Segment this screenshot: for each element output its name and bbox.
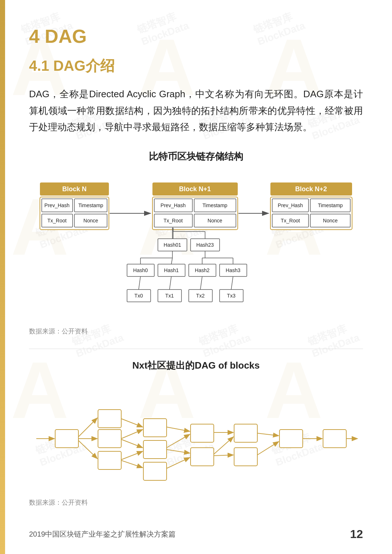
svg-rect-107 xyxy=(323,430,346,448)
svg-line-89 xyxy=(121,430,143,439)
svg-text:Nonce: Nonce xyxy=(83,218,98,223)
svg-text:Tx2: Tx2 xyxy=(196,293,205,299)
chapter-title: 4 DAG xyxy=(29,25,363,47)
svg-text:Hash23: Hash23 xyxy=(196,242,214,248)
svg-rect-87 xyxy=(143,462,167,480)
blockchain-svg-container: Block N Prev_Hash Timestamp Tx_Root Nonc… xyxy=(29,172,363,324)
svg-text:Nonce: Nonce xyxy=(323,218,338,223)
svg-text:Hash1: Hash1 xyxy=(164,267,179,273)
section-title: 4.1 DAG介绍 xyxy=(29,56,363,76)
svg-line-92 xyxy=(121,460,143,468)
svg-text:Timestamp: Timestamp xyxy=(318,202,343,208)
svg-text:Block N+2: Block N+2 xyxy=(295,185,327,193)
svg-text:Nonce: Nonce xyxy=(208,218,222,223)
svg-rect-80 xyxy=(98,430,121,448)
svg-text:Tx_Root: Tx_Root xyxy=(164,218,183,223)
svg-text:Tx1: Tx1 xyxy=(165,293,174,299)
svg-line-82 xyxy=(78,418,97,437)
dag-svg xyxy=(33,381,359,497)
svg-rect-85 xyxy=(143,419,167,437)
svg-line-97 xyxy=(167,450,190,453)
blockchain-diagram: 比特币区块链存储结构 Block N Prev_Hash Timestamp xyxy=(29,150,363,324)
svg-text:Prev_Hash: Prev_Hash xyxy=(44,202,69,208)
svg-text:Block N+1: Block N+1 xyxy=(179,185,211,193)
svg-line-95 xyxy=(167,427,190,431)
page-number: 12 xyxy=(350,528,363,541)
source-note-2: 数据来源：公开资料 xyxy=(29,498,363,507)
svg-text:Timestamp: Timestamp xyxy=(78,202,103,208)
svg-text:Tx3: Tx3 xyxy=(227,293,236,299)
svg-rect-79 xyxy=(98,410,121,428)
svg-rect-93 xyxy=(191,424,214,442)
svg-rect-100 xyxy=(234,448,257,466)
svg-line-105 xyxy=(257,433,279,436)
svg-text:Hash0: Hash0 xyxy=(133,267,148,273)
svg-rect-78 xyxy=(55,430,78,448)
dag-svg-container xyxy=(29,381,363,497)
svg-rect-99 xyxy=(234,424,257,442)
svg-text:Tx_Root: Tx_Root xyxy=(281,218,300,223)
svg-text:Prev_Hash: Prev_Hash xyxy=(160,202,185,208)
svg-line-91 xyxy=(121,451,143,460)
svg-rect-81 xyxy=(98,451,121,469)
svg-line-72 xyxy=(200,276,202,290)
svg-line-96 xyxy=(167,434,190,448)
svg-line-102 xyxy=(214,437,233,454)
svg-line-73 xyxy=(231,276,233,290)
svg-line-88 xyxy=(121,419,143,427)
svg-text:Tx_Root: Tx_Root xyxy=(48,218,67,223)
svg-text:Block N: Block N xyxy=(62,185,86,193)
svg-text:Timestamp: Timestamp xyxy=(203,202,228,208)
diagram2-title: Nxt社区提出的DAG of blocks xyxy=(29,359,363,372)
svg-text:Tx0: Tx0 xyxy=(134,293,143,299)
body-text: DAG，全称是Directed Acyclic Graph，中文名称为有向无环图… xyxy=(29,86,363,136)
svg-text:Hash2: Hash2 xyxy=(195,267,210,273)
svg-line-106 xyxy=(257,442,279,455)
svg-line-103 xyxy=(214,455,233,456)
svg-line-90 xyxy=(121,439,143,448)
footer-text: 2019中国区块链产业年鉴之扩展性解决方案篇 xyxy=(29,529,176,539)
blockchain-svg: Block N Prev_Hash Timestamp Tx_Root Nonc… xyxy=(29,172,363,324)
dag-section: Nxt社区提出的DAG of blocks xyxy=(29,359,363,497)
svg-line-84 xyxy=(78,440,97,459)
svg-line-98 xyxy=(167,457,190,468)
svg-text:Hash3: Hash3 xyxy=(226,267,241,273)
svg-text:Prev_Hash: Prev_Hash xyxy=(278,202,303,208)
footer: 2019中国区块链产业年鉴之扩展性解决方案篇 12 xyxy=(0,528,392,541)
source-note-1: 数据来源：公开资料 xyxy=(29,327,363,336)
svg-rect-94 xyxy=(191,448,214,466)
svg-rect-86 xyxy=(143,440,167,459)
svg-text:Hash01: Hash01 xyxy=(164,242,181,248)
svg-line-70 xyxy=(139,276,140,290)
diagram1-title: 比特币区块链存储结构 xyxy=(149,150,243,163)
svg-rect-104 xyxy=(279,430,303,448)
svg-line-71 xyxy=(170,276,171,290)
svg-line-56 xyxy=(171,258,172,264)
